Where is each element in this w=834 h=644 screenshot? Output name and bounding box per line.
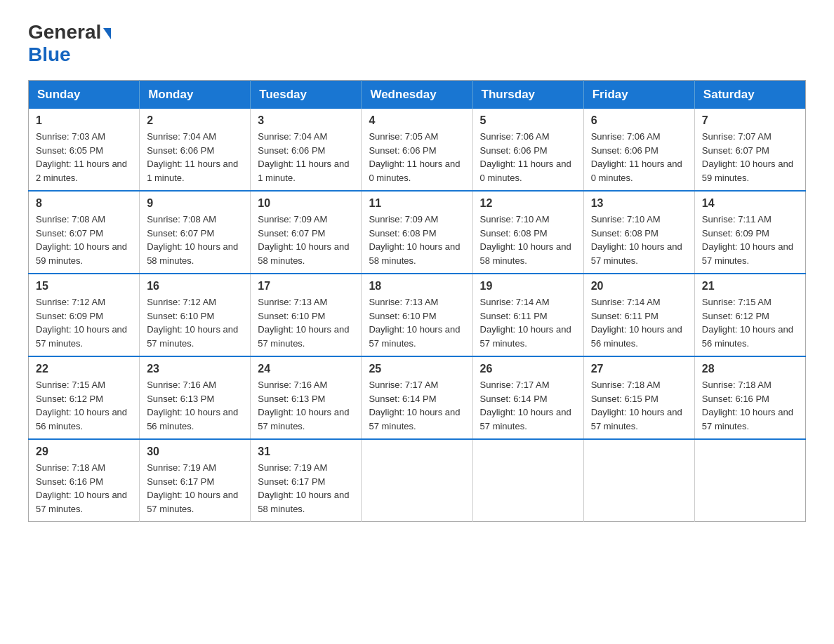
calendar-cell: 30 Sunrise: 7:19 AM Sunset: 6:17 PM Dayl… xyxy=(140,439,251,522)
day-number: 31 xyxy=(258,445,354,458)
day-number: 29 xyxy=(36,445,132,458)
calendar-header-row: SundayMondayTuesdayWednesdayThursdayFrid… xyxy=(29,81,806,109)
day-info: Sunrise: 7:16 AM Sunset: 6:13 PM Dayligh… xyxy=(147,378,243,433)
day-number: 16 xyxy=(147,280,243,293)
calendar-cell: 21 Sunrise: 7:15 AM Sunset: 6:12 PM Dayl… xyxy=(694,274,805,356)
day-number: 27 xyxy=(591,363,687,375)
day-number: 28 xyxy=(702,363,798,375)
day-info: Sunrise: 7:16 AM Sunset: 6:13 PM Dayligh… xyxy=(258,378,354,433)
day-info: Sunrise: 7:14 AM Sunset: 6:11 PM Dayligh… xyxy=(591,295,687,350)
day-info: Sunrise: 7:15 AM Sunset: 6:12 PM Dayligh… xyxy=(702,295,798,350)
logo-general-text: General xyxy=(28,21,101,43)
day-number: 24 xyxy=(258,363,354,375)
day-info: Sunrise: 7:17 AM Sunset: 6:14 PM Dayligh… xyxy=(480,378,576,433)
day-info: Sunrise: 7:19 AM Sunset: 6:17 PM Dayligh… xyxy=(258,461,354,516)
calendar-cell: 2 Sunrise: 7:04 AM Sunset: 6:06 PM Dayli… xyxy=(140,109,251,191)
weekday-header-friday: Friday xyxy=(583,81,694,109)
day-number: 30 xyxy=(147,445,243,458)
calendar-cell: 25 Sunrise: 7:17 AM Sunset: 6:14 PM Dayl… xyxy=(362,356,472,439)
calendar-cell: 16 Sunrise: 7:12 AM Sunset: 6:10 PM Dayl… xyxy=(140,274,251,356)
calendar-cell: 4 Sunrise: 7:05 AM Sunset: 6:06 PM Dayli… xyxy=(362,109,472,191)
calendar-cell: 3 Sunrise: 7:04 AM Sunset: 6:06 PM Dayli… xyxy=(251,109,362,191)
day-info: Sunrise: 7:10 AM Sunset: 6:08 PM Dayligh… xyxy=(480,213,576,267)
day-number: 5 xyxy=(480,114,576,127)
calendar-cell: 28 Sunrise: 7:18 AM Sunset: 6:16 PM Dayl… xyxy=(694,356,805,439)
day-info: Sunrise: 7:18 AM Sunset: 6:16 PM Dayligh… xyxy=(702,378,798,433)
weekday-header-wednesday: Wednesday xyxy=(362,81,472,109)
day-number: 26 xyxy=(480,363,576,375)
day-number: 21 xyxy=(702,280,798,293)
weekday-header-tuesday: Tuesday xyxy=(251,81,362,109)
calendar-cell: 22 Sunrise: 7:15 AM Sunset: 6:12 PM Dayl… xyxy=(29,356,140,439)
day-info: Sunrise: 7:13 AM Sunset: 6:10 PM Dayligh… xyxy=(258,295,354,350)
day-info: Sunrise: 7:19 AM Sunset: 6:17 PM Dayligh… xyxy=(147,461,243,516)
day-number: 6 xyxy=(591,114,687,127)
day-info: Sunrise: 7:18 AM Sunset: 6:16 PM Dayligh… xyxy=(36,461,132,516)
calendar-cell xyxy=(583,439,694,522)
weekday-header-saturday: Saturday xyxy=(694,81,805,109)
day-info: Sunrise: 7:14 AM Sunset: 6:11 PM Dayligh… xyxy=(480,295,576,350)
day-number: 2 xyxy=(147,114,243,127)
calendar-table: SundayMondayTuesdayWednesdayThursdayFrid… xyxy=(28,80,806,522)
day-info: Sunrise: 7:08 AM Sunset: 6:07 PM Dayligh… xyxy=(147,213,243,267)
calendar-cell: 10 Sunrise: 7:09 AM Sunset: 6:07 PM Dayl… xyxy=(251,191,362,274)
day-number: 11 xyxy=(369,197,465,210)
day-info: Sunrise: 7:06 AM Sunset: 6:06 PM Dayligh… xyxy=(591,130,687,185)
calendar-cell: 6 Sunrise: 7:06 AM Sunset: 6:06 PM Dayli… xyxy=(583,109,694,191)
calendar-cell: 1 Sunrise: 7:03 AM Sunset: 6:05 PM Dayli… xyxy=(29,109,140,191)
day-number: 19 xyxy=(480,280,576,293)
day-info: Sunrise: 7:12 AM Sunset: 6:09 PM Dayligh… xyxy=(36,295,132,350)
day-info: Sunrise: 7:07 AM Sunset: 6:07 PM Dayligh… xyxy=(702,130,798,185)
calendar-cell: 12 Sunrise: 7:10 AM Sunset: 6:08 PM Dayl… xyxy=(472,191,583,274)
calendar-cell: 18 Sunrise: 7:13 AM Sunset: 6:10 PM Dayl… xyxy=(362,274,472,356)
day-info: Sunrise: 7:05 AM Sunset: 6:06 PM Dayligh… xyxy=(369,130,465,185)
calendar-cell: 26 Sunrise: 7:17 AM Sunset: 6:14 PM Dayl… xyxy=(472,356,583,439)
calendar-cell: 27 Sunrise: 7:18 AM Sunset: 6:15 PM Dayl… xyxy=(583,356,694,439)
calendar-week-4: 22 Sunrise: 7:15 AM Sunset: 6:12 PM Dayl… xyxy=(29,356,806,439)
day-number: 12 xyxy=(480,197,576,210)
day-info: Sunrise: 7:10 AM Sunset: 6:08 PM Dayligh… xyxy=(591,213,687,267)
calendar-cell: 15 Sunrise: 7:12 AM Sunset: 6:09 PM Dayl… xyxy=(29,274,140,356)
calendar-cell: 9 Sunrise: 7:08 AM Sunset: 6:07 PM Dayli… xyxy=(140,191,251,274)
day-number: 8 xyxy=(36,197,132,210)
day-info: Sunrise: 7:04 AM Sunset: 6:06 PM Dayligh… xyxy=(258,130,354,185)
calendar-cell: 7 Sunrise: 7:07 AM Sunset: 6:07 PM Dayli… xyxy=(694,109,805,191)
calendar-cell xyxy=(362,439,472,522)
calendar-cell: 29 Sunrise: 7:18 AM Sunset: 6:16 PM Dayl… xyxy=(29,439,140,522)
day-number: 9 xyxy=(147,197,243,210)
day-info: Sunrise: 7:17 AM Sunset: 6:14 PM Dayligh… xyxy=(369,378,465,433)
calendar-cell: 23 Sunrise: 7:16 AM Sunset: 6:13 PM Dayl… xyxy=(140,356,251,439)
calendar-cell xyxy=(694,439,805,522)
day-info: Sunrise: 7:11 AM Sunset: 6:09 PM Dayligh… xyxy=(702,213,798,267)
logo: General Blue xyxy=(28,21,111,66)
day-number: 22 xyxy=(36,363,132,375)
day-info: Sunrise: 7:13 AM Sunset: 6:10 PM Dayligh… xyxy=(369,295,465,350)
calendar-cell: 11 Sunrise: 7:09 AM Sunset: 6:08 PM Dayl… xyxy=(362,191,472,274)
calendar-cell: 5 Sunrise: 7:06 AM Sunset: 6:06 PM Dayli… xyxy=(472,109,583,191)
weekday-header-thursday: Thursday xyxy=(472,81,583,109)
day-number: 20 xyxy=(591,280,687,293)
calendar-cell: 17 Sunrise: 7:13 AM Sunset: 6:10 PM Dayl… xyxy=(251,274,362,356)
day-number: 25 xyxy=(369,363,465,375)
day-number: 15 xyxy=(36,280,132,293)
day-number: 1 xyxy=(36,114,132,127)
weekday-header-monday: Monday xyxy=(140,81,251,109)
day-info: Sunrise: 7:09 AM Sunset: 6:07 PM Dayligh… xyxy=(258,213,354,267)
day-number: 10 xyxy=(258,197,354,210)
calendar-cell: 31 Sunrise: 7:19 AM Sunset: 6:17 PM Dayl… xyxy=(251,439,362,522)
calendar-week-3: 15 Sunrise: 7:12 AM Sunset: 6:09 PM Dayl… xyxy=(29,274,806,356)
logo-triangle-icon xyxy=(103,28,111,39)
calendar-week-2: 8 Sunrise: 7:08 AM Sunset: 6:07 PM Dayli… xyxy=(29,191,806,274)
calendar-cell: 19 Sunrise: 7:14 AM Sunset: 6:11 PM Dayl… xyxy=(472,274,583,356)
day-number: 18 xyxy=(369,280,465,293)
day-number: 7 xyxy=(702,114,798,127)
logo-blue-text: Blue xyxy=(28,43,71,65)
day-info: Sunrise: 7:06 AM Sunset: 6:06 PM Dayligh… xyxy=(480,130,576,185)
day-info: Sunrise: 7:12 AM Sunset: 6:10 PM Dayligh… xyxy=(147,295,243,350)
day-number: 3 xyxy=(258,114,354,127)
day-number: 4 xyxy=(369,114,465,127)
calendar-cell: 8 Sunrise: 7:08 AM Sunset: 6:07 PM Dayli… xyxy=(29,191,140,274)
calendar-cell: 24 Sunrise: 7:16 AM Sunset: 6:13 PM Dayl… xyxy=(251,356,362,439)
calendar-cell: 13 Sunrise: 7:10 AM Sunset: 6:08 PM Dayl… xyxy=(583,191,694,274)
day-number: 17 xyxy=(258,280,354,293)
